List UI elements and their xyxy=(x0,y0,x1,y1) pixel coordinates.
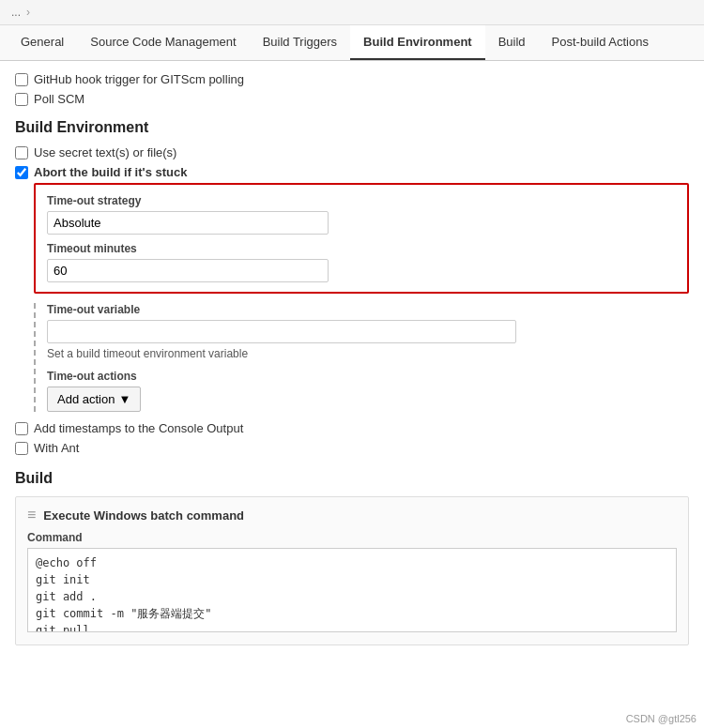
execute-block-title: Execute Windows batch command xyxy=(43,508,244,523)
use-secret-label[interactable]: Use secret text(s) or file(s) xyxy=(34,145,176,159)
command-textarea[interactable]: @echo off git init git add . git commit … xyxy=(27,548,677,632)
add-action-button[interactable]: Add action ▼ xyxy=(47,387,141,412)
use-secret-checkbox[interactable] xyxy=(15,146,28,159)
github-hook-row: GitHub hook trigger for GITScm polling xyxy=(15,72,689,86)
timeout-minutes-input[interactable] xyxy=(47,259,329,282)
timeout-var-input[interactable] xyxy=(47,320,516,343)
timeout-var-helper: Set a build timeout environment variable xyxy=(47,347,689,360)
abort-stuck-checkbox[interactable] xyxy=(15,166,28,179)
execute-block: ≡ Execute Windows batch command Command … xyxy=(15,496,689,645)
top-bar: ... › xyxy=(0,0,704,25)
timeout-var-label: Time-out variable xyxy=(47,303,689,316)
build-heading: Build xyxy=(15,470,689,487)
timeout-strategy-box: Time-out strategy Timeout minutes xyxy=(34,183,689,294)
with-ant-checkbox[interactable] xyxy=(15,442,28,455)
timeout-strategy-label: Time-out strategy xyxy=(47,194,676,207)
timeout-actions-label: Time-out actions xyxy=(47,370,689,383)
execute-block-header: ≡ Execute Windows batch command xyxy=(27,507,677,523)
breadcrumb-text: ... xyxy=(11,6,21,19)
poll-scm-label[interactable]: Poll SCM xyxy=(34,92,84,106)
build-env-heading: Build Environment xyxy=(15,119,689,136)
drag-handle-icon[interactable]: ≡ xyxy=(27,507,36,523)
timestamps-checkbox[interactable] xyxy=(15,422,28,435)
timeout-strategy-input[interactable] xyxy=(47,211,329,235)
tab-triggers[interactable]: Build Triggers xyxy=(250,25,350,60)
github-hook-checkbox[interactable] xyxy=(15,73,28,86)
timestamps-label[interactable]: Add timestamps to the Console Output xyxy=(34,421,243,435)
add-action-label: Add action xyxy=(57,392,115,406)
github-hook-label[interactable]: GitHub hook trigger for GITScm polling xyxy=(34,72,244,86)
poll-scm-checkbox[interactable] xyxy=(15,93,28,106)
command-label: Command xyxy=(27,531,677,544)
with-ant-label[interactable]: With Ant xyxy=(34,441,79,455)
main-content: GitHub hook trigger for GITScm polling P… xyxy=(0,61,704,657)
use-secret-row: Use secret text(s) or file(s) xyxy=(15,145,689,159)
tab-build[interactable]: Build xyxy=(485,25,539,60)
tab-bar: General Source Code Management Build Tri… xyxy=(0,25,704,61)
build-section: Build ≡ Execute Windows batch command Co… xyxy=(15,470,689,645)
abort-stuck-label[interactable]: Abort the build if it's stuck xyxy=(34,165,187,179)
tab-general[interactable]: General xyxy=(8,25,77,60)
timestamps-row: Add timestamps to the Console Output xyxy=(15,421,689,435)
abort-stuck-row: Abort the build if it's stuck xyxy=(15,165,689,179)
poll-scm-row: Poll SCM xyxy=(15,92,689,106)
tab-environment[interactable]: Build Environment xyxy=(350,25,485,60)
add-action-chevron-icon: ▼ xyxy=(118,392,130,406)
tab-postbuild[interactable]: Post-build Actions xyxy=(539,25,662,60)
timeout-minutes-label: Timeout minutes xyxy=(47,242,676,255)
breadcrumb-arrow: › xyxy=(26,6,30,19)
timeout-variable-section: Time-out variable Set a build timeout en… xyxy=(34,303,689,412)
tab-scm[interactable]: Source Code Management xyxy=(77,25,249,60)
with-ant-row: With Ant xyxy=(15,441,689,455)
